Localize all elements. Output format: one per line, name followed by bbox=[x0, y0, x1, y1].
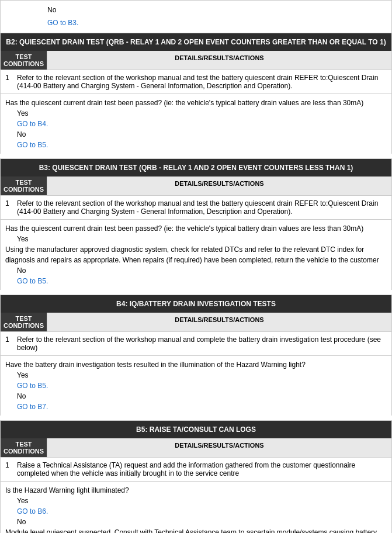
b4-left-label: TESTCONDITIONS bbox=[1, 313, 47, 331]
b5-header: B5: RAISE TA/CONSULT CAN LOGS bbox=[1, 421, 391, 438]
b4-header: B4: IQ/BATTERY DRAIN INVESTIGATION TESTS bbox=[1, 295, 391, 313]
b4-details-header: DETAILS/RESULTS/ACTIONS bbox=[47, 313, 391, 331]
b5-left-label: TESTCONDITIONS bbox=[1, 438, 47, 457]
b2-left-label: TESTCONDITIONS bbox=[1, 51, 47, 70]
top-goto-b3-link[interactable]: GO to B3. bbox=[47, 19, 78, 27]
b3-details-header: DETAILS/RESULTS/ACTIONS bbox=[47, 176, 391, 195]
b2-goto-b5[interactable]: GO to B5. bbox=[17, 141, 48, 149]
b3-step-1: 1 Refer to the relevant section of the w… bbox=[1, 195, 391, 219]
b5-step-1: 1 Raise a Technical Assistance (TA) requ… bbox=[1, 457, 391, 481]
b2-step-1: 1 Refer to the relevant section of the w… bbox=[1, 70, 391, 94]
b2-question-block: Has the quiescent current drain test bee… bbox=[1, 94, 391, 154]
b3-left-label: TESTCONDITIONS bbox=[1, 176, 47, 195]
b4-goto-b5[interactable]: GO to B5. bbox=[17, 382, 48, 390]
b2-goto-b4[interactable]: GO to B4. bbox=[17, 120, 48, 128]
b4-goto-b7[interactable]: GO to B7. bbox=[17, 403, 48, 411]
b3-goto-b5[interactable]: GO to B5. bbox=[17, 277, 48, 285]
b5-question-block: Is the Hazard Warning light illuminated?… bbox=[1, 481, 391, 533]
b5-goto-b6[interactable]: GO to B6. bbox=[17, 507, 48, 515]
b4-step-1: 1 Refer to the relevant section of the w… bbox=[1, 331, 391, 355]
b4-question-block: Have the battery drain investigation tes… bbox=[1, 355, 391, 416]
b5-details-header: DETAILS/RESULTS/ACTIONS bbox=[47, 438, 391, 457]
b3-header: B3: QUIESCENT DRAIN TEST (QRB - RELAY 1 … bbox=[1, 159, 391, 176]
b2-header: B2: QUIESCENT DRAIN TEST (QRB - RELAY 1 … bbox=[1, 33, 391, 51]
b3-question-block: Has the quiescent current drain test bee… bbox=[1, 219, 391, 290]
b2-details-header: DETAILS/RESULTS/ACTIONS bbox=[47, 51, 391, 70]
top-no-label: No bbox=[47, 4, 387, 17]
